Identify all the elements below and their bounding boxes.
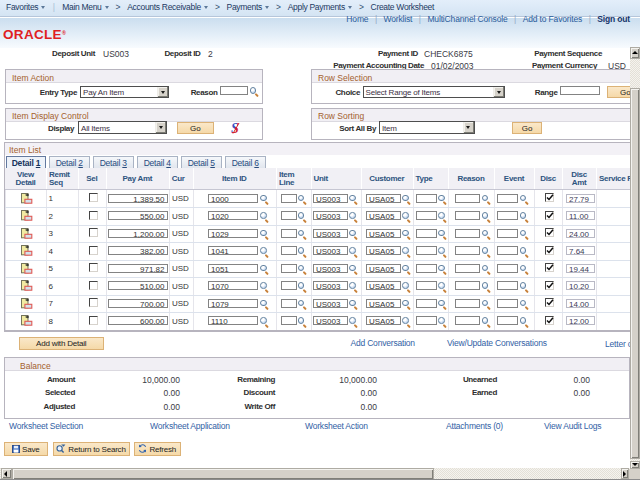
svg-text:S: S (231, 121, 239, 135)
